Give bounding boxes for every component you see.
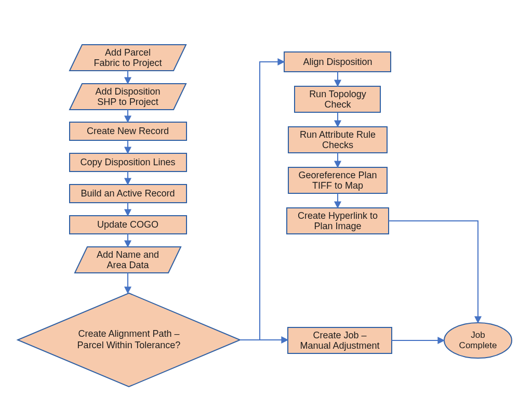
node-align-disposition-label: Align Disposition <box>303 57 372 67</box>
node-georeference: Georeference Plan TIFF to Map <box>288 167 387 193</box>
node-update-cogo: Update COGO <box>70 216 187 234</box>
node-georeference-label-1: Georeference Plan <box>298 170 377 180</box>
node-add-disposition-label-2: SHP to Project <box>97 97 158 107</box>
node-decision-alignment: Create Alignment Path – Parcel Within To… <box>18 293 240 387</box>
node-create-job: Create Job – Manual Adjustment <box>288 327 392 353</box>
node-build-active: Build an Active Record <box>70 185 187 203</box>
node-copy-lines: Copy Disposition Lines <box>70 153 187 172</box>
node-topology-check: Run Topology Check <box>295 86 380 112</box>
node-georeference-label-2: TIFF to Map <box>312 180 363 191</box>
node-topology-check-label-1: Run Topology <box>309 89 366 99</box>
node-create-job-label-1: Create Job – <box>313 330 366 340</box>
edge-hyperlink-to-complete <box>389 221 478 323</box>
node-decision-label-2: Parcel Within Tolerance? <box>77 340 181 350</box>
flowchart-canvas: Add Parcel Fabric to Project Add Disposi… <box>0 0 532 395</box>
node-build-active-label: Build an Active Record <box>81 188 175 199</box>
node-add-disposition: Add Disposition SHP to Project <box>70 84 186 110</box>
node-hyperlink-label-2: Plan Image <box>314 221 361 231</box>
edge-decision-to-align <box>260 62 284 340</box>
node-decision-label-1: Create Alignment Path – <box>78 328 179 339</box>
node-hyperlink-label-1: Create Hyperlink to <box>298 210 378 221</box>
node-add-name-label-1: Add Name and <box>97 249 159 260</box>
node-attribute-rules-label-1: Run Attribute Rule <box>300 129 376 140</box>
node-add-disposition-label-1: Add Disposition <box>95 86 160 97</box>
node-add-name-label-2: Area Data <box>107 260 149 270</box>
node-copy-lines-label: Copy Disposition Lines <box>80 157 175 167</box>
node-create-job-label-2: Manual Adjustment <box>300 340 379 351</box>
node-create-record-label: Create New Record <box>87 126 169 136</box>
node-add-parcel-label-2: Fabric to Project <box>94 58 162 68</box>
node-attribute-rules-label-2: Checks <box>322 140 353 150</box>
node-add-parcel-label-1: Add Parcel <box>105 47 151 58</box>
node-add-name: Add Name and Area Data <box>75 247 181 273</box>
node-hyperlink: Create Hyperlink to Plan Image <box>287 208 389 234</box>
node-job-complete-label-2: Complete <box>459 340 497 350</box>
node-create-record: Create New Record <box>70 122 187 140</box>
node-update-cogo-label: Update COGO <box>97 219 158 230</box>
node-attribute-rules: Run Attribute Rule Checks <box>288 127 387 153</box>
node-align-disposition: Align Disposition <box>284 52 391 72</box>
node-job-complete: Job Complete <box>444 323 512 358</box>
node-job-complete-label-1: Job <box>471 330 485 340</box>
node-add-parcel: Add Parcel Fabric to Project <box>70 45 186 71</box>
node-topology-check-label-2: Check <box>324 99 351 110</box>
